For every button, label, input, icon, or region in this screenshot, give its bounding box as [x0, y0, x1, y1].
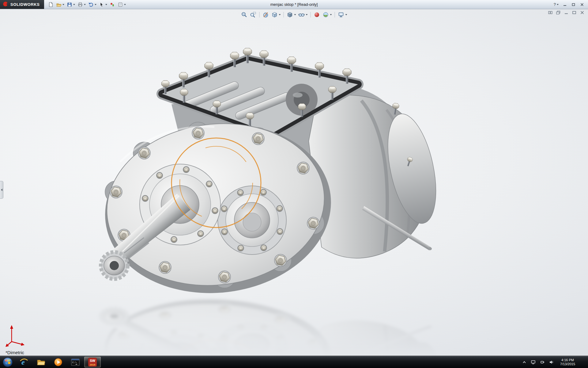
svg-text:2015: 2015: [90, 363, 95, 366]
new-document-button[interactable]: [47, 1, 55, 8]
save-button[interactable]: [66, 1, 76, 8]
document-restore-button[interactable]: [571, 10, 577, 15]
show-hidden-icons-button[interactable]: [522, 360, 527, 365]
hide-show-glasses-icon: [298, 11, 305, 18]
solidworks-wordmark: SOLIDWORKS: [10, 2, 40, 7]
options-dropdown-caret[interactable]: [124, 4, 126, 5]
section-view-button[interactable]: [262, 11, 270, 19]
document-close-button[interactable]: [579, 10, 585, 15]
options-button[interactable]: [117, 1, 127, 8]
quick-tools-button[interactable]: [109, 1, 116, 8]
zoom-to-fit-button[interactable]: [240, 11, 248, 19]
zoom-to-fit-icon: [241, 11, 248, 18]
taskbar-item-internet-explorer[interactable]: e: [16, 357, 32, 367]
standard-toolbar: [47, 1, 127, 8]
open-dropdown-caret[interactable]: [62, 4, 64, 5]
taskbar-item-file-explorer[interactable]: [33, 357, 49, 367]
zoom-to-area-button[interactable]: [249, 11, 257, 19]
open-button[interactable]: [55, 1, 65, 8]
hide-show-items-button[interactable]: [298, 11, 308, 19]
clock-date: 7/13/2015: [560, 362, 575, 366]
apply-scene-button[interactable]: [322, 11, 333, 19]
display-tray-icon[interactable]: [530, 359, 536, 365]
reference-triad: [4, 322, 29, 348]
solidworks-window: SOLIDWORKS: [0, 0, 588, 368]
window-controls: ?: [552, 2, 588, 7]
clock-time: 4:16 PM: [560, 358, 575, 362]
help-label: ?: [554, 2, 556, 7]
power-tray-icon[interactable]: [539, 359, 545, 365]
feature-manager-collapse-tab[interactable]: [0, 181, 3, 199]
view-orientation-label: *Dimetric: [6, 350, 24, 355]
apply-scene-icon: [322, 11, 329, 18]
gearbox-model: [95, 48, 444, 306]
view-settings-button[interactable]: [337, 11, 348, 19]
select-dropdown-caret[interactable]: [105, 4, 107, 5]
undo-dropdown-caret[interactable]: [95, 4, 96, 5]
edit-appearance-button[interactable]: [313, 11, 321, 19]
solidworks-2015-icon: SW 2015: [88, 358, 97, 367]
view-settings-icon: [338, 11, 345, 18]
view-orientation-caret[interactable]: [279, 14, 281, 15]
save-floppy-icon: [67, 2, 72, 7]
quick-tools-icon: [110, 2, 115, 7]
toolbar-separator: [284, 12, 284, 17]
windows-taskbar: e: [0, 356, 588, 368]
toolbar-separator: [259, 12, 260, 17]
view-orientation-cube-icon: [271, 11, 278, 18]
heads-up-view-toolbar: [239, 10, 350, 19]
triad-axes-icon: [4, 322, 29, 347]
save-dropdown-caret[interactable]: [73, 4, 75, 5]
help-button[interactable]: ?: [552, 2, 560, 7]
hide-show-items-caret[interactable]: [306, 14, 308, 15]
section-view-icon: [262, 11, 269, 18]
close-button[interactable]: [578, 2, 586, 7]
print-dropdown-caret[interactable]: [84, 4, 86, 5]
apply-scene-caret[interactable]: [330, 14, 332, 15]
volume-tray-icon[interactable]: [548, 359, 555, 365]
zoom-to-area-icon: [250, 11, 257, 18]
undo-icon: [88, 2, 94, 7]
media-player-icon: [54, 358, 63, 367]
toolbar-separator: [335, 12, 335, 17]
taskbar-clock[interactable]: 4:16 PM 7/13/2015: [558, 358, 578, 366]
minimize-button[interactable]: [561, 2, 568, 7]
select-button[interactable]: [98, 1, 108, 8]
select-cursor-icon: [99, 2, 104, 7]
print-icon: [77, 2, 83, 7]
print-button[interactable]: [77, 1, 87, 8]
taskbar-item-command-prompt[interactable]: C:\: [67, 357, 84, 367]
folder-icon: [36, 358, 46, 367]
taskbar-item-solidworks-2015[interactable]: SW 2015: [84, 357, 101, 367]
document-minimize-button[interactable]: [564, 10, 569, 15]
internet-explorer-icon: e: [19, 358, 28, 367]
tile-windows-button[interactable]: [548, 10, 553, 15]
view-orientation-button[interactable]: [271, 11, 281, 19]
display-style-icon: [287, 11, 293, 18]
svg-text:C:\: C:\: [72, 361, 77, 364]
display-style-caret[interactable]: [294, 14, 296, 15]
titlebar: SOLIDWORKS: [0, 0, 588, 9]
new-document-icon: [48, 2, 54, 7]
open-folder-icon: [56, 2, 62, 7]
undo-button[interactable]: [87, 1, 97, 8]
model-reflection: [95, 291, 444, 356]
restore-button[interactable]: [570, 2, 577, 7]
help-dropdown-caret[interactable]: [557, 4, 559, 5]
model-viewport[interactable]: [0, 9, 588, 356]
graphics-area: *Dimetric: [0, 9, 588, 356]
toolbar-separator: [311, 12, 311, 17]
system-tray: 4:16 PM 7/13/2015: [520, 356, 588, 368]
edit-appearance-ball-icon: [314, 11, 320, 18]
svg-text:SW: SW: [90, 359, 95, 362]
taskbar-item-media-player[interactable]: [50, 357, 66, 367]
view-settings-caret[interactable]: [345, 14, 347, 15]
cascade-windows-button[interactable]: [556, 10, 561, 15]
display-style-button[interactable]: [286, 11, 297, 19]
start-button[interactable]: [0, 356, 15, 368]
command-prompt-icon: C:\: [71, 358, 80, 367]
document-window-controls: [548, 10, 585, 15]
solidworks-logo: SOLIDWORKS: [0, 0, 44, 9]
windows-start-orb-icon: [2, 357, 13, 367]
collapse-arrow-icon: [1, 189, 2, 191]
